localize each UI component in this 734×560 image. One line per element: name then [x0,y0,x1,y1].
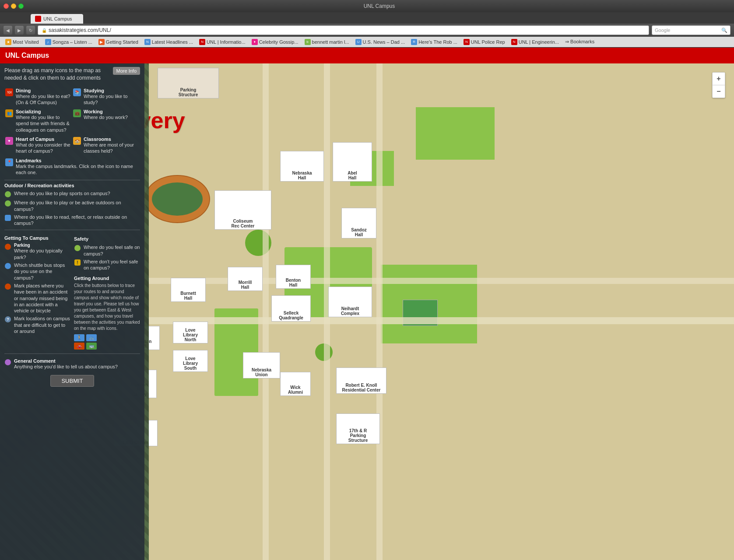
close-button[interactable] [4,4,9,9]
category-heart-of-campus[interactable]: ♥ Heart of Campus What do you consider t… [4,135,72,156]
music-icon: ♪ [45,39,51,45]
bookmark-bookmarks[interactable]: ⇒ Bookmarks [562,38,597,46]
shuttle-text: Which shuttle bus stops do you use on th… [14,262,70,281]
bike-icon[interactable]: 🚲 [86,334,97,341]
sports-icon [4,191,11,198]
category-working[interactable]: 💼 Working Where do you work? [72,107,140,135]
usnews-icon: U [355,39,362,45]
bus-icon[interactable]: 🚌 [86,343,97,350]
bookmark-songza[interactable]: ♪ Songza – Listen ... [42,38,95,46]
parking-icon [4,243,11,250]
nebraska-hall-box: NebraskaHall [280,151,324,182]
bookmark-usnews[interactable]: U U.S. News – Dad ... [353,38,408,46]
category-dining[interactable]: 🍽 Dining Where do you like to eat? (On &… [4,86,72,108]
sidebar-instruction: Please drag as many icons to the map as … [4,67,109,82]
love-library-north-box: LoveLibraryNorth [173,322,208,343]
parking-structure-top: ParkingStructure [158,68,219,98]
benton-hall-box: BentonHall [276,265,311,289]
search-placeholder: Google [655,28,670,33]
bookmark-label: Songza – Listen ... [53,39,92,45]
feel-unsafe-item[interactable]: ! Where don't you feel safe on campus? [74,258,140,272]
minimize-button[interactable] [11,4,16,9]
zoom-in-button[interactable]: + [713,73,725,85]
bookmark-label: U.S. News – Dad ... [363,39,405,45]
general-comment-icon [4,359,11,366]
outdoor-active[interactable]: Where do you like to play or be active o… [4,199,140,213]
green-field-2 [416,107,495,160]
classrooms-icon: 🏫 [73,137,81,145]
road-horizontal-1 [144,317,734,324]
classrooms-text: Classrooms Where are most of your classe… [84,136,139,154]
road-vertical-3 [376,63,383,560]
police-icon: N [464,39,470,45]
zoom-out-button[interactable]: − [713,85,725,98]
17th-r-parking-box: 17th & RParkingStructure [336,413,380,444]
outdoor-relax-text: Where do you like to read, reflect, or r… [14,214,140,227]
walk-icon[interactable]: 🚶 [74,334,84,341]
category-socializing[interactable]: 👥 Socializing Where do you like to spend… [4,107,72,135]
transport-row-2: 🚗 🚌 [74,343,140,350]
category-studying[interactable]: 📚 Studying Where do you like to study? [72,86,140,108]
unl-icon: N [199,39,205,45]
parking-item[interactable]: Parking Where do you typically park? [4,242,70,261]
heart-icon: ♥ [5,137,13,145]
bookmark-bennett[interactable]: b bennett martin l... [302,38,352,46]
outdoor-sports[interactable]: Where do you like to play sports on camp… [4,189,140,199]
category-classrooms[interactable]: 🏫 Classrooms Where are most of your clas… [72,135,140,156]
submit-button[interactable]: SUBMIT [50,375,94,387]
bookmark-rob[interactable]: R Here's The Rob ... [408,38,460,46]
bookmark-label: bennett martin l... [312,39,349,45]
app-title: UNL Campus [5,52,49,60]
more-info-button[interactable]: More Info [113,67,140,75]
getting-around-desc: Click the buttons below to trace your ro… [74,283,140,332]
bookmark-getting-started[interactable]: ▶ Getting Started [96,38,141,46]
address-text: sasakistrategies.com/UNL/ [49,27,111,33]
general-comment-text: General Comment Anything else you'd like… [14,358,118,370]
general-comment-item[interactable]: General Comment Anything else you'd like… [4,357,140,371]
bookmarks-label: ⇒ Bookmarks [565,39,594,45]
divider-2 [4,230,140,230]
app-bar: UNL Campus [0,48,734,63]
category-landmarks[interactable]: 📍 Landmarks Mark the campus landmarks. C… [4,156,140,178]
outdoor-relax[interactable]: Where do you like to read, reflect, or r… [4,213,140,228]
bookmark-most-visited[interactable]: ★ Most Visited [3,38,42,46]
getting-safety-grid: Getting To Campus Parking Where do you t… [4,233,140,350]
divider-1 [4,180,140,180]
socializing-text: Socializing Where do you like to spend t… [16,109,71,133]
bookmark-celebrity[interactable]: ♦ Celebrity Gossip... [249,38,301,46]
bookmark-unl-info[interactable]: N UNL | Informatio... [197,38,248,46]
news-icon: N [144,39,151,45]
selleck-quad-box: SelleckQuadrangle [271,295,311,322]
difficult-item[interactable]: ? Mark locations on campus that are diff… [4,315,70,335]
page-icon: ▶ [98,39,105,45]
map-area[interactable]: Avery ParkingStructure MemorialStadium N… [0,63,734,560]
active-icon [4,200,11,207]
reload-button[interactable]: ↻ [26,26,35,35]
feel-safe-text: Where do you feel safe on campus? [84,244,140,257]
safety-section: Safety Where do you feel safe on campus?… [74,233,140,350]
accident-item[interactable]: Mark places where you have been in an ac… [4,282,70,315]
back-button[interactable]: ◀ [4,26,12,35]
neihardt-complex-box: NeihardtComplex [328,287,372,317]
ssl-icon: 🔒 [42,28,47,33]
traffic-lights [4,4,24,9]
active-tab[interactable]: UNL Campus [31,14,83,24]
shuttle-item[interactable]: Which shuttle bus stops do you use on th… [4,261,70,282]
parking-text: Parking Where do you typically park? [14,243,70,260]
address-bar[interactable]: 🔒 sasakistrategies.com/UNL/ [38,25,649,35]
bookmark-label: UNL Police Rep [471,39,505,45]
car-icon[interactable]: 🚗 [74,343,84,350]
dining-text: Dining Where do you like to eat? (On & O… [16,88,71,106]
bookmark-latest-headlines[interactable]: N Latest Headlines ... [142,38,196,46]
search-box[interactable]: Google 🔍 [652,25,730,35]
feel-safe-item[interactable]: Where do you feel safe on campus? [74,243,140,258]
socializing-icon: 👥 [5,109,13,117]
maximize-button[interactable] [18,4,24,9]
outdoor-title: Outdoor / Recreation activities [4,183,140,188]
forward-button[interactable]: ▶ [15,26,24,35]
accident-icon [4,283,11,290]
bookmark-unl-police[interactable]: N UNL Police Rep [461,38,508,46]
working-text: Working Where do you work? [84,109,128,120]
bookmark-unl-engineering[interactable]: N UNL | Engineerin... [509,38,562,46]
window-title: UNL Campus [28,3,730,9]
